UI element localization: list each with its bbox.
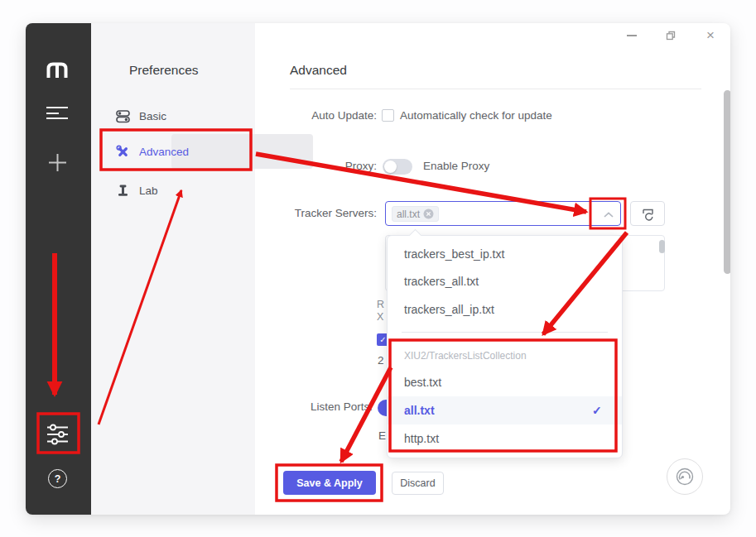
auto-update-checkbox[interactable] (382, 109, 394, 122)
dropdown-item[interactable]: trackers_all_ip.txt (404, 300, 494, 319)
hidden-text-fragment: E (378, 429, 386, 442)
dropdown-group-label: XIU2/TrackersListCollection (404, 350, 527, 362)
page-title: Advanced (290, 63, 347, 78)
nav-item-basic[interactable]: Basic (106, 98, 247, 133)
nav-item-lab[interactable]: Lab (106, 173, 247, 208)
dropdown-item[interactable]: trackers_all.txt (404, 271, 479, 291)
nav-label-advanced: Advanced (139, 146, 189, 158)
tracker-servers-label: Tracker Servers: (244, 207, 377, 219)
hidden-text-fragment: R (377, 299, 384, 310)
dropdown-item[interactable]: trackers_best_ip.txt (404, 244, 504, 264)
discard-button[interactable]: Discard (392, 472, 444, 495)
add-task-icon[interactable] (48, 153, 67, 172)
minimize-button[interactable] (623, 26, 641, 45)
tracker-servers-select[interactable]: all.txt (385, 201, 621, 226)
nav-item-advanced[interactable]: Advanced (106, 134, 247, 169)
dropdown-item[interactable]: best.txt (404, 372, 441, 392)
restore-icon (666, 31, 676, 41)
preferences-title: Preferences (129, 63, 199, 78)
dropdown-notch (409, 229, 422, 242)
hidden-text-fragment: 2 (378, 354, 384, 367)
check-icon: ✓ (592, 400, 602, 420)
title-divider (290, 89, 701, 89)
help-icon[interactable]: ? (48, 469, 67, 488)
nav-label-basic: Basic (139, 110, 166, 122)
dropdown-item-selected[interactable]: all.txt (404, 400, 435, 420)
proxy-toggle-label: Enable Proxy (423, 160, 489, 172)
dropdown-divider (402, 332, 608, 333)
screenshot-canvas: ? Preferences Basic (0, 0, 756, 537)
close-icon: × (706, 27, 715, 44)
textarea-scrollbar-thumb[interactable] (659, 240, 665, 253)
auto-update-label: Auto Update: (244, 109, 377, 122)
app-sidebar: ? (26, 23, 91, 515)
sync-icon (641, 207, 655, 221)
app-window: ? Preferences Basic (26, 23, 730, 515)
auto-update-checkbox-label[interactable]: Automatically check for update (400, 109, 552, 122)
listen-ports-label: Listen Ports: (248, 400, 373, 413)
preferences-sliders-icon[interactable] (46, 424, 69, 445)
advanced-tools-icon (116, 145, 130, 159)
tracker-dropdown: trackers_best_ip.txt trackers_all.txt tr… (387, 235, 623, 458)
proxy-toggle-knob (384, 161, 397, 173)
speed-limit-button[interactable] (667, 458, 703, 495)
lab-stamp-icon (116, 184, 130, 198)
chevron-up-icon[interactable] (604, 212, 614, 218)
tracker-tag-label: all.txt (397, 209, 420, 220)
restore-button[interactable] (662, 26, 680, 45)
proxy-label: Proxy: (244, 160, 377, 172)
close-button[interactable]: × (701, 26, 720, 45)
save-apply-button[interactable]: Save & Apply (283, 471, 376, 495)
tag-close-icon[interactable] (423, 209, 434, 219)
nav-label-lab: Lab (139, 185, 158, 197)
sync-trackers-button[interactable] (630, 201, 665, 226)
speedometer-icon (674, 466, 696, 487)
window-scrollbar-thumb[interactable] (724, 90, 730, 274)
minimize-icon (627, 35, 637, 36)
proxy-toggle[interactable] (383, 159, 412, 175)
motrix-logo-icon (46, 61, 69, 79)
task-list-icon[interactable] (46, 107, 68, 120)
dropdown-item[interactable]: http.txt (404, 429, 439, 448)
hidden-text-fragment: X (377, 311, 383, 323)
preferences-panel: Preferences Basic Advanced (91, 23, 255, 515)
basic-toggles-icon (116, 109, 130, 123)
tracker-tag[interactable]: all.txt (392, 206, 439, 222)
